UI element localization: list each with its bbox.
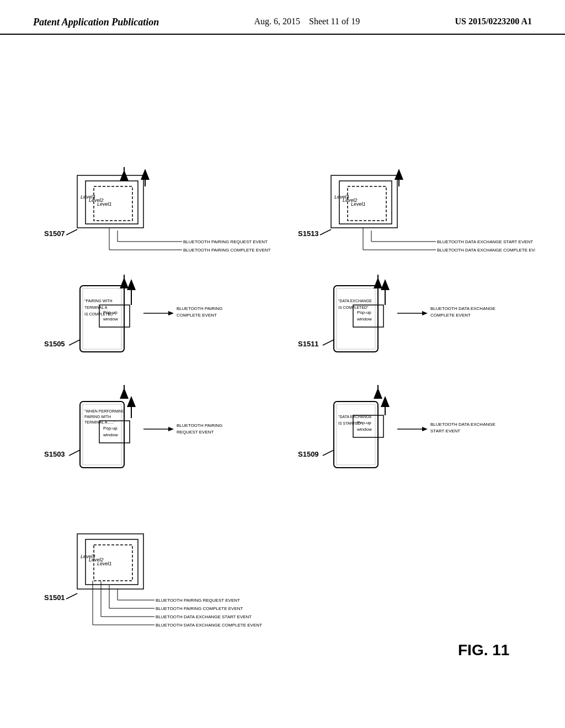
s1503-label: S1503	[44, 450, 65, 458]
svg-rect-25	[99, 421, 130, 443]
header-date: Aug. 6, 2015	[254, 17, 300, 26]
svg-text:Pop-up: Pop-up	[103, 310, 118, 315]
svg-line-19	[69, 450, 80, 456]
svg-text:COMPLETE EVENT: COMPLETE EVENT	[430, 313, 471, 318]
svg-text:BLUETOOTH PAIRING REQUEST EVEN: BLUETOOTH PAIRING REQUEST EVENT	[183, 239, 268, 244]
s1511-label: S1511	[298, 340, 319, 348]
svg-text:BLUETOOTH PAIRING: BLUETOOTH PAIRING	[177, 306, 222, 311]
svg-rect-69	[353, 415, 383, 437]
svg-text:BLUETOOTH DATA EXCHANGE COMPLE: BLUETOOTH DATA EXCHANGE COMPLETE EVENT	[156, 623, 262, 628]
s1501-label: S1501	[44, 593, 65, 602]
svg-text:Pop-up: Pop-up	[357, 310, 371, 315]
svg-text:Pop-up: Pop-up	[103, 426, 118, 431]
svg-line-34	[69, 340, 80, 345]
svg-text:BLUETOOTH DATA EXCHANGE START : BLUETOOTH DATA EXCHANGE START EVENT	[437, 239, 533, 244]
svg-text:PAIRING WITH: PAIRING WITH	[84, 415, 111, 419]
svg-text:window: window	[103, 432, 118, 437]
svg-text:BLUETOOTH PAIRING COMPLETE EVE: BLUETOOTH PAIRING COMPLETE EVENT	[156, 606, 243, 611]
svg-text:BLUETOOTH DATA EXCHANGE: BLUETOOTH DATA EXCHANGE	[430, 306, 495, 311]
svg-text:START EVENT: START EVENT	[430, 429, 460, 433]
main-content: S1501 Level3 Level2 Level1 BLUETOOTH PAI…	[0, 35, 565, 713]
publication-title: Patent Application Publication	[33, 17, 159, 28]
svg-marker-75	[422, 427, 428, 431]
svg-line-49	[66, 229, 77, 235]
svg-text:window: window	[103, 317, 118, 322]
svg-line-64	[323, 450, 334, 456]
svg-text:window: window	[356, 317, 372, 322]
figure-11-diagram: S1501 Level3 Level2 Level1 BLUETOOTH PAI…	[28, 54, 537, 705]
svg-text:Pop-up: Pop-up	[357, 420, 371, 425]
svg-text:"DATA EXCHANGE: "DATA EXCHANGE	[338, 299, 372, 303]
diagram-svg: S1501 Level3 Level2 Level1 BLUETOOTH PAI…	[28, 54, 535, 694]
svg-text:REQUEST EVENT: REQUEST EVENT	[177, 430, 214, 435]
svg-text:Level1: Level1	[97, 561, 112, 566]
svg-marker-72	[381, 396, 390, 407]
s1507-label: S1507	[44, 229, 65, 238]
svg-rect-65	[334, 402, 378, 468]
svg-line-92	[320, 229, 331, 235]
svg-text:window: window	[356, 427, 372, 432]
figure-label: FIG. 11	[458, 641, 509, 659]
header-date-sheet: Aug. 6, 2015 Sheet 11 of 19	[254, 17, 360, 26]
svg-line-78	[323, 340, 334, 345]
svg-text:BLUETOOTH PAIRING REQUEST EVEN: BLUETOOTH PAIRING REQUEST EVENT	[156, 598, 240, 603]
svg-line-0	[66, 593, 77, 599]
svg-text:BLUETOOTH PAIRING: BLUETOOTH PAIRING	[177, 423, 222, 428]
svg-marker-46	[168, 311, 174, 315]
svg-marker-56	[141, 169, 150, 180]
svg-marker-99	[395, 169, 403, 180]
svg-marker-31	[168, 427, 174, 431]
s1513-label: S1513	[298, 229, 319, 238]
svg-text:BLUETOOTH DATA EXCHANGE COMPLE: BLUETOOTH DATA EXCHANGE COMPLETE EVENT	[437, 248, 535, 253]
svg-text:TERMINAL A: TERMINAL A	[84, 306, 108, 309]
svg-text:"PAIRING WITH: "PAIRING WITH	[84, 299, 113, 303]
svg-text:BLUETOOTH DATA EXCHANGE START : BLUETOOTH DATA EXCHANGE START EVENT	[156, 614, 252, 619]
header-sheet: Sheet 11 of 19	[309, 17, 360, 26]
svg-text:BLUETOOTH PAIRING COMPLETE EVE: BLUETOOTH PAIRING COMPLETE EVENT	[183, 248, 271, 253]
svg-text:"WHEN PERFORMING: "WHEN PERFORMING	[84, 409, 125, 413]
patent-number: US 2015/0223200 A1	[455, 17, 532, 26]
svg-text:COMPLETE EVENT: COMPLETE EVENT	[177, 313, 217, 318]
page-header: Patent Application Publication Aug. 6, 2…	[0, 0, 565, 35]
s1509-label: S1509	[298, 450, 319, 458]
svg-text:Level1: Level1	[351, 201, 366, 207]
svg-marker-28	[127, 396, 136, 407]
s1505-label: S1505	[44, 340, 65, 348]
svg-rect-66	[337, 404, 375, 465]
svg-text:Level1: Level1	[97, 201, 112, 207]
svg-text:BLUETOOTH DATA EXCHANGE: BLUETOOTH DATA EXCHANGE	[430, 422, 495, 427]
svg-marker-89	[422, 311, 428, 315]
